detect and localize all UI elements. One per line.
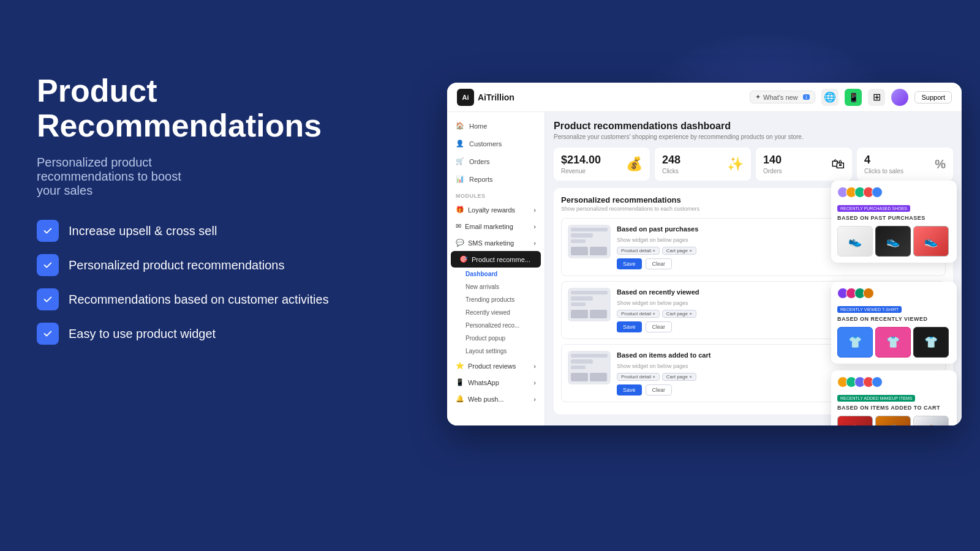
tag-cart-page-2[interactable]: Cart page × bbox=[662, 310, 696, 318]
sidebar-item-customers[interactable]: 👤 Customers bbox=[447, 135, 545, 152]
sidebar-web-push[interactable]: 🔔Web push... › bbox=[447, 391, 545, 407]
makeup-img-3: 🪞 bbox=[913, 416, 949, 425]
sidebar-product-reviews[interactable]: ⭐Product reviews › bbox=[447, 358, 545, 374]
save-button-1[interactable]: Save bbox=[617, 258, 642, 269]
modules-label: MODULES bbox=[447, 188, 545, 201]
preview-cart: RECENTLY ADDED MAKEUP ITEMS BASED ON ITE… bbox=[831, 370, 957, 425]
clicks-value: 248 bbox=[662, 154, 680, 167]
thumb-bar-4 bbox=[571, 291, 608, 294]
clear-button-1[interactable]: Clear bbox=[646, 258, 673, 269]
preview-recently-viewed: RECENTLY VIEWED T-SHIRT BASED ON RECENTL… bbox=[831, 282, 957, 364]
reco-card-desc-3: Show widget on below pages bbox=[617, 363, 939, 369]
whats-new-button[interactable]: ✦ What's new 1 bbox=[750, 91, 815, 103]
shoe-img-3: 👟 bbox=[913, 226, 949, 257]
tag-cart-page-1[interactable]: Cart page × bbox=[662, 247, 696, 255]
makeup-img-1: 💄 bbox=[837, 416, 873, 425]
sidebar: 🏠 Home 👤 Customers 🛒 Orders 📊 Reports MO… bbox=[447, 112, 545, 425]
sidebar-sub-recently-viewed[interactable]: Recently viewed bbox=[447, 306, 545, 319]
save-button-3[interactable]: Save bbox=[617, 384, 642, 395]
cart-icon: 🛒 bbox=[456, 157, 464, 165]
sidebar-sms-marketing[interactable]: 💬SMS marketing › bbox=[447, 234, 545, 251]
sidebar-item-home[interactable]: 🏠 Home bbox=[447, 117, 545, 135]
orders-icon: 🛍 bbox=[831, 156, 845, 172]
revenue-label: Revenue bbox=[561, 168, 601, 174]
recently-viewed-badge: RECENTLY VIEWED T-SHIRT bbox=[837, 306, 902, 313]
thumb-bar-3 bbox=[571, 239, 586, 243]
orders-label: Orders bbox=[763, 168, 782, 174]
clear-button-2[interactable]: Clear bbox=[646, 321, 673, 332]
tshirt-img-2: 👕 bbox=[875, 327, 911, 358]
reports-label: Reports bbox=[469, 176, 493, 183]
feature-text-2: Personalized product recommendations bbox=[69, 258, 284, 272]
stat-clicks-to-sales: 4 Clicks to sales % bbox=[857, 148, 953, 181]
user-icon: 👤 bbox=[456, 140, 464, 148]
tag-product-detail-1[interactable]: Product detail × bbox=[617, 247, 660, 255]
sidebar-sub-trending[interactable]: Trending products bbox=[447, 293, 545, 306]
avatar-row-cart bbox=[837, 377, 951, 388]
check-icon-3 bbox=[37, 288, 59, 310]
makeup-img-2: 🧴 bbox=[875, 416, 911, 425]
shoe-img-1: 👟 bbox=[837, 226, 873, 257]
sidebar-sub-popup[interactable]: Product popup bbox=[447, 332, 545, 345]
sidebar-loyalty-rewards[interactable]: 🎁Loyalty rewards › bbox=[447, 201, 545, 218]
chevron-right-icon: › bbox=[533, 206, 536, 214]
whats-new-badge: 1 bbox=[803, 94, 810, 100]
reports-icon: 📊 bbox=[456, 175, 464, 183]
past-purchases-images: 👟 👟 👟 bbox=[837, 226, 951, 257]
support-button[interactable]: Support bbox=[914, 91, 952, 103]
sidebar-sub-personalized[interactable]: Personalized reco... bbox=[447, 319, 545, 332]
chevron-right-icon-4: › bbox=[533, 362, 536, 370]
stat-clicks: 248 Clicks ✨ bbox=[655, 148, 751, 181]
feature-item-4: Easy to use product widget bbox=[37, 323, 331, 345]
page-subtitle: Personalize your customers' shopping exp… bbox=[554, 133, 953, 140]
avatar-row-past bbox=[837, 187, 951, 198]
user-avatar[interactable] bbox=[891, 89, 908, 106]
star-icon: ⭐ bbox=[456, 362, 464, 370]
chevron-right-icon-3: › bbox=[533, 239, 536, 247]
thumb-bar-7 bbox=[571, 354, 608, 358]
feature-item-1: Increase upsell & cross sell bbox=[37, 220, 331, 242]
past-purchases-badge: RECENTLY PURCHASED SHOES bbox=[837, 205, 910, 212]
recently-viewed-preview-title: BASED ON RECENTLY VIEWED bbox=[837, 316, 951, 322]
thumb-bar-8 bbox=[571, 359, 593, 363]
reco-thumb-3 bbox=[568, 351, 611, 384]
reco-card-title-3: Based on items added to cart bbox=[617, 351, 710, 359]
cart-images: 💄 🧴 🪞 bbox=[837, 416, 951, 425]
sidebar-item-reports[interactable]: 📊 Reports bbox=[447, 170, 545, 188]
thumb-bar-9 bbox=[571, 365, 586, 369]
feature-list: Increase upsell & cross sell Personalize… bbox=[37, 220, 331, 345]
tag-product-detail-3[interactable]: Product detail × bbox=[617, 373, 660, 381]
sidebar-whatsapp[interactable]: 📱WhatsApp › bbox=[447, 374, 545, 391]
sidebar-sub-new-arrivals[interactable]: New arrivals bbox=[447, 280, 545, 293]
sidebar-item-orders[interactable]: 🛒 Orders bbox=[447, 152, 545, 170]
feature-text-1: Increase upsell & cross sell bbox=[69, 224, 217, 238]
whatsapp-nav-icon[interactable]: 📱 bbox=[845, 89, 862, 106]
save-button-2[interactable]: Save bbox=[617, 321, 642, 332]
revenue-icon: 💰 bbox=[626, 156, 643, 172]
sidebar-sub-dashboard[interactable]: Dashboard bbox=[447, 268, 545, 280]
translate-icon[interactable]: 🌐 bbox=[821, 89, 839, 106]
stats-row: $214.00 Revenue 💰 248 Clicks ✨ 140 Orde bbox=[554, 148, 953, 181]
tshirt-img-3: 👕 bbox=[913, 327, 949, 358]
cart-badge: RECENTLY ADDED MAKEUP ITEMS bbox=[837, 395, 915, 402]
sidebar-product-reco[interactable]: 🎯Product recomme... bbox=[451, 251, 541, 268]
dashboard-container: Ai AiTrillion ✦ What's new 1 🌐 📱 ⊞ Suppo… bbox=[447, 83, 962, 425]
sidebar-sub-layout[interactable]: Layout settings bbox=[447, 345, 545, 358]
clear-button-3[interactable]: Clear bbox=[646, 384, 673, 395]
reco-thumb-1 bbox=[568, 225, 611, 258]
feature-item-3: Recommendations based on customer activi… bbox=[37, 288, 331, 310]
home-label: Home bbox=[469, 122, 487, 130]
tag-product-detail-2[interactable]: Product detail × bbox=[617, 310, 660, 318]
chevron-right-icon-5: › bbox=[533, 379, 536, 386]
past-purchases-preview-title: BASED ON PAST PURCHASES bbox=[837, 215, 951, 221]
grid-icon[interactable]: ⊞ bbox=[868, 89, 885, 106]
tag-cart-page-3[interactable]: Cart page × bbox=[662, 373, 696, 381]
orders-value: 140 bbox=[763, 154, 782, 167]
preview-past-purchases: RECENTLY PURCHASED SHOES BASED ON PAST P… bbox=[831, 181, 957, 263]
sidebar-email-marketing[interactable]: ✉Email marketing › bbox=[447, 218, 545, 234]
customers-label: Customers bbox=[469, 140, 502, 148]
reco-thumb-2 bbox=[568, 288, 611, 321]
feature-text-4: Easy to use product widget bbox=[69, 327, 216, 341]
home-icon: 🏠 bbox=[456, 122, 464, 130]
avatar-row-recent bbox=[837, 288, 951, 299]
